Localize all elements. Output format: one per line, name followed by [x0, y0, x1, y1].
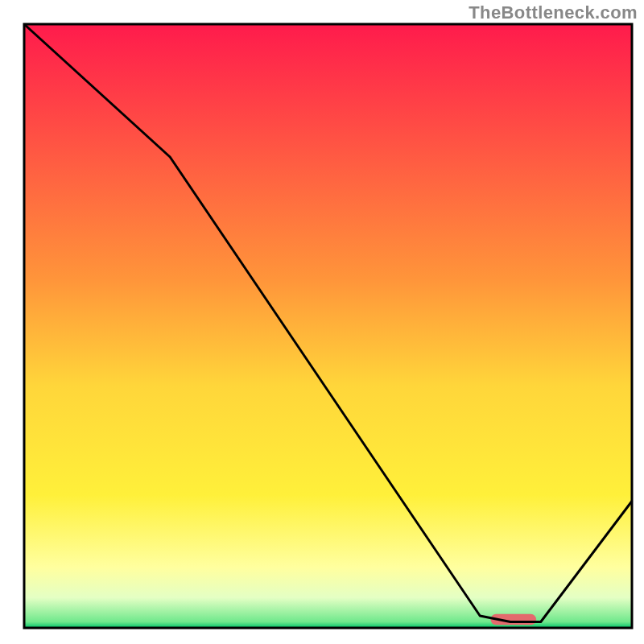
chart-container: TheBottleneck.com	[0, 0, 644, 644]
watermark-text: TheBottleneck.com	[469, 2, 638, 23]
bottleneck-chart-canvas	[0, 0, 644, 644]
